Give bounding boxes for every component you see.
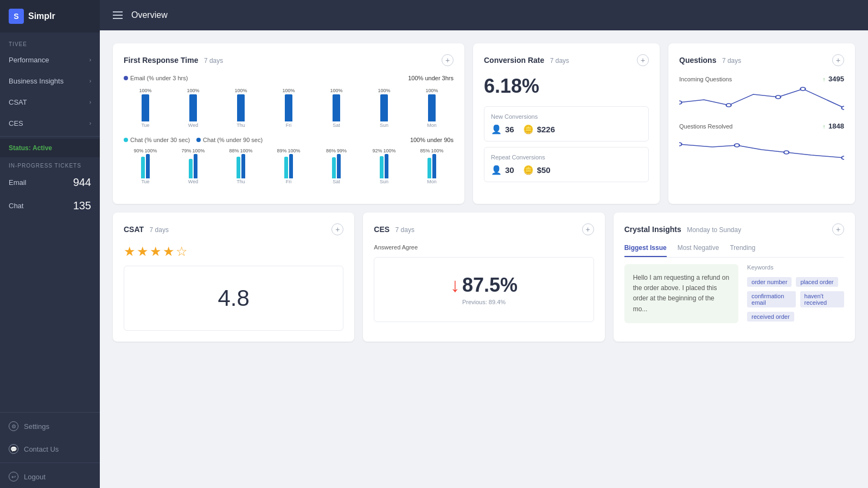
frt-title: First Response Time — [124, 56, 198, 65]
hamburger-menu[interactable] — [113, 11, 123, 19]
sidebar-divider-2 — [0, 412, 100, 413]
repeat-value: 🪙 $50 — [523, 165, 551, 175]
incoming-arrow: ↑ — [822, 76, 825, 82]
email-bar-fill — [428, 94, 436, 121]
contact-us-button[interactable]: 💬 Contact Us — [0, 438, 100, 460]
chat-30-bar — [332, 157, 336, 178]
email-label: Email — [9, 178, 27, 187]
tab-biggest-issue[interactable]: Biggest Issue — [624, 244, 667, 257]
csat-value-container: 4.8 — [124, 266, 343, 331]
logo-text: Simplr — [28, 11, 55, 21]
conversion-rate: 6.18% — [484, 75, 649, 98]
crystal-header: Crystal Insights Monday to Sunday + — [624, 223, 844, 235]
ces-expand-button[interactable]: + — [582, 223, 594, 235]
chat-stat: 100% under 90s — [410, 137, 454, 143]
csat-expand-button[interactable]: + — [331, 223, 343, 235]
crystal-message: Hello I am requesting a refund on the or… — [624, 264, 739, 323]
chat-30-bar — [380, 156, 384, 178]
email-count: 944 — [73, 176, 91, 189]
resolved-questions-section: Questions Resolved ↑ 1848 — [679, 122, 844, 163]
keyword-order-number: order number — [747, 277, 792, 287]
new-conversions-section: New Conversions 👤 36 🪙 $226 — [484, 106, 649, 142]
keyword-row-1: order number placed order — [747, 277, 844, 287]
main-content: Overview First Response Time 7 days + — [100, 0, 868, 488]
ces-arrow: ↓ — [450, 274, 460, 296]
email-bar-group-sun: 100%Sun — [362, 88, 406, 128]
tab-most-negative[interactable]: Most Negative — [678, 244, 719, 257]
conversion-expand-button[interactable]: + — [637, 54, 649, 66]
chat-30-bar — [427, 158, 431, 178]
frt-expand-button[interactable]: + — [442, 54, 454, 66]
email-bar-chart: 100%Tue100%Wed100%Thu100%Fri100%Sat100%S… — [124, 85, 454, 128]
keywords-title: Keywords — [747, 264, 844, 271]
resolved-questions-label: Questions Resolved — [679, 123, 732, 130]
chevron-right-icon: › — [90, 120, 91, 126]
keyword-havent-received: haven't received — [800, 291, 844, 307]
sidebar-item-csat[interactable]: CSAT › — [0, 92, 100, 113]
sidebar-logo: S Simplr — [0, 0, 100, 33]
email-bar-group-tue: 100%Tue — [124, 88, 167, 128]
settings-icon: ⚙ — [9, 421, 18, 431]
content-area: First Response Time 7 days + Email (% un… — [100, 30, 868, 488]
svg-point-0 — [679, 101, 682, 104]
person-repeat-icon: 👤 — [491, 165, 502, 175]
incoming-questions-label: Incoming Questions — [679, 76, 732, 82]
email-bar-group-wed: 100%Wed — [171, 88, 215, 128]
chevron-right-icon: › — [90, 78, 91, 84]
email-bar-outer — [142, 94, 149, 121]
svg-point-3 — [800, 87, 805, 91]
csat-stars: ★★★★☆ — [124, 244, 343, 259]
sidebar-item-performance[interactable]: Performance › — [0, 49, 100, 70]
email-bars-section: Email (% under 3 hrs) 100% under 3hrs 10… — [124, 75, 454, 128]
chat-bar-group-fri: 89%100%Fri — [267, 148, 310, 184]
svg-point-7 — [784, 151, 789, 154]
crystal-keywords: Keywords order number placed order confi… — [747, 264, 844, 323]
email-bar-group-mon: 100%Mon — [410, 88, 454, 128]
svg-point-8 — [841, 156, 844, 159]
workspace-label: TIVEE — [0, 33, 100, 49]
email-bar-outer — [189, 94, 197, 121]
chat-30-legend-dot — [124, 138, 128, 142]
svg-point-1 — [726, 104, 731, 107]
email-bar-outer — [285, 94, 292, 121]
email-bar-fill — [189, 94, 197, 121]
questions-card: Questions 7 days + Incoming Questions ↑ … — [668, 43, 855, 204]
sidebar: S Simplr TIVEE Performance › Business In… — [0, 0, 100, 488]
questions-expand-button[interactable]: + — [832, 54, 844, 66]
sidebar-item-ces[interactable]: CES › — [0, 113, 100, 134]
ces-value-container: ↓87.5% Previous: 89.4% — [374, 257, 593, 322]
email-bar-group-sat: 100%Sat — [315, 88, 358, 128]
settings-button[interactable]: ⚙ Settings — [0, 415, 100, 438]
crystal-expand-button[interactable]: + — [832, 223, 844, 235]
crystal-title: Crystal Insights — [624, 225, 681, 234]
conversion-header: Conversion Rate 7 days + — [484, 54, 649, 66]
csat-title: CSAT — [124, 225, 144, 234]
incoming-count: ↑ 3495 — [822, 75, 844, 83]
ces-previous: Previous: 89.4% — [462, 299, 506, 305]
incoming-questions-section: Incoming Questions ↑ 3495 — [679, 75, 844, 115]
email-bar-fill — [380, 94, 388, 121]
resolved-sparkline — [679, 133, 844, 160]
tab-trending[interactable]: Trending — [730, 244, 755, 257]
email-stat: 100% under 3hrs — [408, 75, 454, 81]
questions-title: Questions — [679, 56, 716, 65]
chevron-right-icon: › — [90, 99, 91, 105]
chat-bars-header: Chat (% under 30 sec) Chat (% under 90 s… — [124, 137, 454, 143]
sidebar-item-business-insights[interactable]: Business Insights › — [0, 70, 100, 92]
in-progress-tickets-label: IN-PROGRESS TICKETS — [0, 157, 100, 171]
crystal-body: Hello I am requesting a refund on the or… — [624, 264, 844, 323]
email-legend: Email (% under 3 hrs) — [124, 75, 188, 81]
svg-point-6 — [735, 144, 739, 147]
chat-bar-group-tue: 90%100%Tue — [124, 148, 167, 184]
chat-bars-section: Chat (% under 30 sec) Chat (% under 90 s… — [124, 137, 454, 184]
svg-point-5 — [679, 143, 682, 146]
crystal-period: Monday to Sunday — [687, 226, 741, 234]
logout-button[interactable]: ↩ Logout — [0, 465, 100, 488]
conversion-card: Conversion Rate 7 days + 6.18% New Conve… — [473, 43, 660, 204]
ces-value: ↓87.5% — [450, 274, 518, 297]
logo-icon: S — [9, 9, 24, 24]
chat-bar-group-mon: 85%100%Mon — [410, 148, 454, 184]
new-count: 👤 36 — [491, 124, 514, 134]
sidebar-bottom: ⚙ Settings 💬 Contact Us ↩ Logout — [0, 410, 100, 488]
ces-title: CES — [374, 225, 390, 234]
